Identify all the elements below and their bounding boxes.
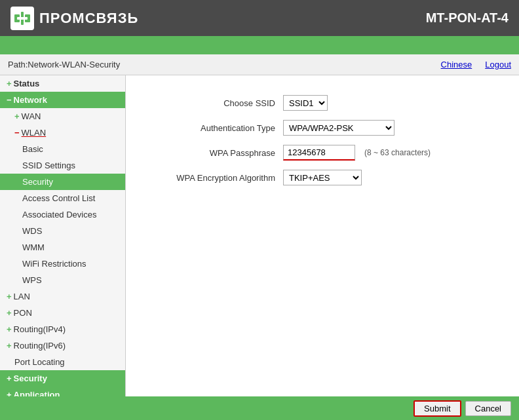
logout-link[interactable]: Logout [485,60,511,69]
sidebar-item-label: WAN [22,111,41,121]
sidebar-item-label: Security [14,373,47,383]
auth-type-control: WPA/WPA2-PSK WPA-PSK WPA2-PSK None [283,120,394,136]
header: ПРОМСВЯЗЬ MT-PON-AT-4 [0,0,519,36]
sidebar-item-wds[interactable]: WDS [0,223,125,239]
choose-ssid-row: Choose SSID SSID1 SSID2 SSID3 SSID4 [139,95,506,111]
auth-type-label: Authentication Type [139,123,283,133]
sidebar-item-pon[interactable]: + PON [0,305,125,321]
logo-icon [10,7,34,30]
minus-icon: − [7,95,12,105]
submit-button[interactable]: Submit [413,400,461,417]
minus-icon: − [14,128,20,138]
plus-icon: + [7,341,12,351]
sidebar-item-application[interactable]: + Application [0,387,125,396]
sidebar-item-port-locating[interactable]: Port Locating [0,354,125,370]
sidebar-item-label: WiFi Restrictions [22,259,86,269]
content-area: Choose SSID SSID1 SSID2 SSID3 SSID4 Auth… [126,75,519,396]
path-links: Chinese Logout [441,60,511,69]
device-name: MT-PON-AT-4 [426,10,509,26]
sidebar-item-status[interactable]: + Status [0,75,125,92]
sidebar-item-label: Associated Devices [22,210,96,220]
plus-icon: + [14,111,20,121]
breadcrumb: Path:Network-WLAN-Security [8,60,120,69]
sidebar-item-wan[interactable]: + WAN [0,108,125,124]
encryption-select[interactable]: TKIP+AES TKIP AES [283,170,362,185]
sidebar-item-label: SSID Settings [22,161,75,170]
choose-ssid-control: SSID1 SSID2 SSID3 SSID4 [283,95,328,111]
plus-icon: + [7,324,12,334]
sidebar-item-acl[interactable]: Access Control List [0,190,125,206]
sidebar-item-label: PON [14,308,32,318]
sidebar-item-label: Access Control List [22,193,95,203]
encryption-row: WPA Encryption Algorithm TKIP+AES TKIP A… [139,170,506,185]
auth-type-select[interactable]: WPA/WPA2-PSK WPA-PSK WPA2-PSK None [283,120,394,136]
main-container: + Status − Network + WAN − WLAN Basic SS… [0,75,519,396]
sidebar-item-security[interactable]: Security [0,174,125,190]
sidebar-item-lan[interactable]: + LAN [0,288,125,305]
sidebar-item-label: Port Locating [14,357,65,367]
sidebar-item-label: Routing(IPv6) [14,341,66,351]
sidebar-item-label: Status [14,79,40,88]
plus-icon: + [7,79,12,88]
logo-area: ПРОМСВЯЗЬ [10,7,138,30]
sidebar-item-wlan[interactable]: − WLAN [0,124,125,141]
nav-bar [0,36,519,54]
passphrase-hint: (8 ~ 63 characters) [364,148,431,157]
sidebar: + Status − Network + WAN − WLAN Basic SS… [0,75,126,396]
wpa-passphrase-row: WPA Passphrase (8 ~ 63 characters) [139,145,506,161]
plus-icon: + [7,390,12,396]
sidebar-item-routing-ipv6[interactable]: + Routing(IPv6) [0,337,125,354]
cancel-button[interactable]: Cancel [465,401,511,416]
sidebar-item-associated-devices[interactable]: Associated Devices [0,206,125,223]
sidebar-item-wifi-restrictions[interactable]: WiFi Restrictions [0,256,125,272]
path-bar: Path:Network-WLAN-Security Chinese Logou… [0,54,519,75]
sidebar-item-label: Security [22,177,53,187]
svg-rect-3 [17,17,28,20]
wpa-passphrase-control: (8 ~ 63 characters) [283,145,431,161]
chinese-link[interactable]: Chinese [441,60,472,69]
sidebar-item-label: WMM [22,242,45,252]
sidebar-item-label: WLAN [22,128,47,138]
sidebar-item-routing-ipv4[interactable]: + Routing(IPv4) [0,321,125,337]
auth-type-row: Authentication Type WPA/WPA2-PSK WPA-PSK… [139,120,506,136]
encryption-label: WPA Encryption Algorithm [139,173,283,183]
plus-icon: + [7,308,12,318]
sidebar-item-basic[interactable]: Basic [0,141,125,157]
sidebar-item-label: Application [14,390,60,396]
encryption-control: TKIP+AES TKIP AES [283,170,362,185]
sidebar-item-label: WPS [22,275,42,285]
sidebar-item-label: WDS [22,226,42,236]
sidebar-item-wmm[interactable]: WMM [0,239,125,256]
sidebar-item-label: Basic [22,144,43,154]
choose-ssid-label: Choose SSID [139,98,283,108]
plus-icon: + [7,373,12,383]
sidebar-item-network[interactable]: − Network [0,92,125,108]
logo-text: ПРОМСВЯЗЬ [39,10,138,27]
sidebar-item-label: Routing(IPv4) [14,324,66,334]
wpa-passphrase-input[interactable] [283,145,355,161]
wpa-passphrase-label: WPA Passphrase [139,148,283,158]
sidebar-item-wps[interactable]: WPS [0,272,125,288]
ssid-select[interactable]: SSID1 SSID2 SSID3 SSID4 [283,95,328,111]
security-form: Choose SSID SSID1 SSID2 SSID3 SSID4 Auth… [139,95,506,185]
sidebar-item-label: Network [14,95,47,105]
sidebar-item-ssid-settings[interactable]: SSID Settings [0,157,125,174]
plus-icon: + [7,292,12,301]
bottom-bar: Submit Cancel [0,396,519,420]
sidebar-item-security-section[interactable]: + Security [0,370,125,387]
sidebar-item-label: LAN [14,292,30,301]
